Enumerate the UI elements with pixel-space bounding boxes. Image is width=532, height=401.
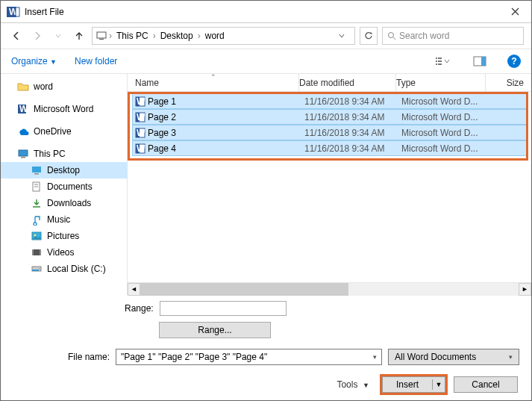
- newfolder-button[interactable]: New folder: [75, 56, 117, 66]
- organize-menu[interactable]: Organize ▼: [11, 56, 57, 66]
- nav-tree[interactable]: word WMicrosoft Word OneDrive This PC De…: [1, 74, 128, 295]
- file-row[interactable]: WPage 311/16/2018 9:34 AMMicrosoft Word …: [132, 125, 527, 140]
- filetype-filter[interactable]: All Word Documents ▾: [388, 349, 519, 365]
- scroll-left-arrow[interactable]: ◄: [128, 283, 140, 296]
- file-row[interactable]: WPage 411/16/2018 9:34 AMMicrosoft Word …: [132, 140, 527, 156]
- svg-rect-31: [32, 270, 39, 271]
- breadcrumb[interactable]: › This PC › Desktop › word: [92, 27, 355, 45]
- desktop-icon: [31, 164, 43, 176]
- horizontal-scrollbar[interactable]: ◄ ►: [128, 282, 531, 295]
- tree-downloads[interactable]: Downloads: [1, 195, 127, 211]
- annotation-highlight: Insert ▼: [380, 374, 448, 395]
- word-doc-icon: W: [133, 96, 148, 107]
- tree-thispc[interactable]: This PC: [1, 146, 127, 162]
- svg-rect-10: [438, 60, 442, 62]
- cancel-button[interactable]: Cancel: [454, 376, 518, 393]
- svg-rect-29: [40, 249, 41, 255]
- svg-rect-4: [99, 39, 104, 40]
- pc-icon: [17, 148, 29, 160]
- tree-word-folder[interactable]: word: [1, 78, 127, 95]
- tree-msword[interactable]: WMicrosoft Word: [1, 101, 127, 117]
- tree-desktop[interactable]: Desktop: [1, 162, 127, 178]
- filename-value: "Page 1" "Page 2" "Page 3" "Page 4": [121, 352, 267, 362]
- svg-text:W: W: [137, 143, 145, 154]
- search-input[interactable]: Search word: [382, 27, 524, 45]
- disk-icon: [31, 263, 43, 275]
- scroll-right-arrow[interactable]: ►: [519, 283, 531, 296]
- refresh-button[interactable]: [360, 27, 378, 45]
- nav-row: › This PC › Desktop › word Search word: [1, 23, 531, 49]
- file-row[interactable]: WPage 211/16/2018 9:34 AMMicrosoft Word …: [132, 109, 527, 125]
- window-title: Insert File: [25, 7, 498, 17]
- titlebar: W Insert File: [1, 1, 531, 23]
- svg-text:W: W: [19, 104, 28, 114]
- back-button[interactable]: [8, 28, 25, 44]
- chevron-down-icon: ▾: [373, 353, 377, 361]
- word-doc-icon: W: [133, 128, 148, 138]
- column-headers[interactable]: ⌃Name Date modified Type Size: [128, 74, 531, 92]
- toolbar: Organize ▼ New folder ?: [1, 49, 531, 74]
- chevron-down-icon: ▼: [363, 382, 369, 389]
- col-type[interactable]: Type: [396, 74, 486, 91]
- downloads-icon: [31, 197, 43, 209]
- col-size[interactable]: Size: [486, 78, 531, 88]
- insert-dropdown[interactable]: ▼: [433, 381, 445, 388]
- word-icon: W: [17, 103, 29, 115]
- svg-text:W: W: [137, 112, 145, 122]
- svg-point-26: [34, 234, 37, 237]
- videos-icon: [31, 246, 43, 258]
- tree-onedrive[interactable]: OneDrive: [1, 123, 127, 140]
- music-icon: [31, 214, 43, 226]
- up-button[interactable]: [71, 28, 87, 44]
- filename-combo[interactable]: "Page 1" "Page 2" "Page 3" "Page 4" ▾: [116, 349, 382, 365]
- col-date[interactable]: Date modified: [299, 74, 396, 91]
- svg-rect-11: [436, 63, 437, 65]
- crumb-word[interactable]: word: [202, 31, 228, 41]
- svg-rect-9: [436, 60, 437, 62]
- svg-text:W: W: [137, 128, 145, 138]
- breadcrumb-dropdown[interactable]: [338, 32, 351, 40]
- forward-button[interactable]: [29, 28, 46, 44]
- range-button[interactable]: Range...: [159, 322, 271, 338]
- tools-menu[interactable]: Tools ▼: [337, 379, 369, 390]
- bottom-panel: Range: Range... File name: "Page 1" "Pag…: [1, 295, 531, 401]
- view-options-button[interactable]: [433, 53, 452, 69]
- chevron-down-icon: ▾: [509, 353, 513, 361]
- chevron-right-icon[interactable]: ›: [109, 31, 112, 41]
- svg-rect-12: [438, 63, 442, 65]
- svg-line-6: [393, 37, 395, 40]
- recent-dropdown[interactable]: [50, 28, 66, 44]
- sort-caret-icon: ⌃: [210, 73, 216, 81]
- chevron-down-icon: ▼: [50, 58, 57, 66]
- help-button[interactable]: ?: [507, 55, 521, 68]
- search-placeholder: Search word: [399, 31, 449, 41]
- svg-point-32: [39, 268, 40, 270]
- crumb-desktop[interactable]: Desktop: [157, 31, 196, 41]
- tree-documents[interactable]: Documents: [1, 178, 127, 195]
- word-doc-icon: W: [133, 143, 148, 154]
- body: word WMicrosoft Word OneDrive This PC De…: [1, 74, 531, 295]
- insert-button[interactable]: Insert ▼: [382, 376, 445, 393]
- svg-rect-8: [438, 57, 442, 59]
- search-icon: [387, 31, 396, 40]
- documents-icon: [31, 181, 43, 193]
- tree-music[interactable]: Music: [1, 211, 127, 228]
- chevron-right-icon[interactable]: ›: [153, 31, 156, 41]
- scroll-thumb[interactable]: [140, 283, 348, 296]
- scroll-track[interactable]: [140, 283, 519, 296]
- file-row[interactable]: WPage 111/16/2018 9:34 AMMicrosoft Word …: [132, 93, 527, 109]
- tree-pictures[interactable]: Pictures: [1, 228, 127, 244]
- file-list[interactable]: WPage 111/16/2018 9:34 AMMicrosoft Word …: [128, 92, 531, 282]
- close-button[interactable]: [498, 1, 531, 23]
- range-label: Range:: [125, 303, 154, 314]
- col-name[interactable]: ⌃Name: [128, 74, 299, 91]
- folder-icon: [17, 81, 29, 93]
- crumb-thispc[interactable]: This PC: [113, 31, 151, 41]
- tree-localdisk[interactable]: Local Disk (C:): [1, 261, 127, 277]
- pictures-icon: [31, 230, 43, 242]
- chevron-right-icon[interactable]: ›: [198, 31, 201, 41]
- preview-pane-button[interactable]: [470, 53, 489, 69]
- tree-videos[interactable]: Videos: [1, 244, 127, 261]
- filename-label: File name:: [13, 352, 110, 362]
- range-input[interactable]: [160, 301, 287, 316]
